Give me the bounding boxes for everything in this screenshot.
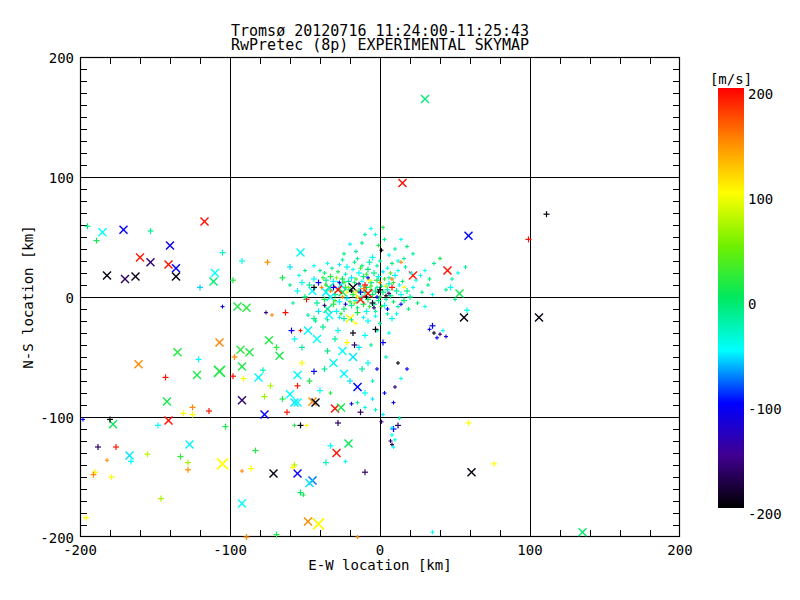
data-marker [197,284,203,290]
data-marker [396,305,400,309]
data-marker [383,391,387,395]
data-marker [544,211,550,217]
data-marker [401,298,407,304]
data-marker [448,284,454,290]
data-marker [405,367,409,371]
data-marker [260,367,266,373]
data-marker [345,290,349,294]
data-marker [320,324,326,330]
data-marker [284,409,290,415]
data-marker [369,284,373,288]
data-marker [313,518,324,529]
x-tick-label: -100 [213,543,247,557]
data-marker [298,422,304,428]
skymap-plot-canvas [0,0,800,600]
data-marker [283,310,289,316]
data-marker [238,499,246,507]
data-marker [325,348,331,354]
data-marker [389,439,393,443]
data-marker [302,493,306,497]
data-marker [364,308,370,314]
data-marker [404,288,410,294]
y-tick-label: 100 [4,171,74,185]
data-marker [241,376,247,382]
data-marker [83,515,89,521]
data-marker [262,394,268,400]
data-marker [323,271,327,275]
data-marker [178,454,184,460]
data-marker [338,263,342,267]
data-marker [94,238,100,244]
data-marker [428,327,432,331]
data-marker [466,420,472,426]
data-marker [395,422,401,428]
y-tick-label: 0 [4,291,74,305]
data-marker [370,254,376,260]
data-marker [311,368,317,374]
data-marker [356,306,360,310]
data-marker [369,343,373,347]
data-marker [398,283,402,287]
colorbar-tick-label: -100 [748,402,782,416]
data-marker [347,378,353,384]
data-marker [381,270,385,274]
data-marker [398,292,404,298]
data-marker [99,228,107,236]
data-marker [304,517,312,525]
data-marker [185,460,191,466]
data-marker [391,426,397,432]
data-marker [405,245,409,249]
data-marker [325,311,333,319]
data-marker [126,451,134,459]
data-marker [95,444,101,450]
data-marker [369,227,373,231]
data-marker [432,261,436,265]
data-marker [390,433,394,437]
data-marker [270,469,278,477]
data-marker [362,332,368,338]
data-marker [378,321,382,325]
data-marker [401,279,405,283]
data-marker [255,373,263,381]
data-marker [344,272,348,276]
data-marker [322,288,330,296]
data-marker [465,232,473,240]
data-marker [384,355,388,359]
data-marker [356,535,360,539]
data-marker [356,401,360,405]
data-marker [350,402,354,406]
data-marker [294,469,302,477]
skymap-window: { "title": { "line1": "Tromsø 20120716 1… [0,0,800,600]
data-marker [333,449,341,457]
data-marker [356,270,362,276]
data-marker [132,273,140,281]
data-marker [211,269,219,277]
data-marker [360,279,364,283]
data-marker [85,223,91,229]
data-marker [402,285,406,289]
data-marker [399,237,403,241]
data-marker [329,391,333,395]
data-marker [121,275,129,283]
data-marker [367,259,373,265]
data-marker [163,374,169,380]
data-marker [342,252,346,256]
data-marker [330,266,334,270]
data-marker [365,360,371,366]
data-marker [253,448,259,454]
data-marker [270,313,274,317]
data-marker [318,269,322,273]
data-marker [276,352,284,360]
data-marker [386,307,390,311]
data-marker [392,401,396,405]
data-marker [289,328,295,334]
data-marker [305,423,309,427]
data-marker [190,412,196,418]
data-marker [172,264,180,272]
data-marker [341,258,345,262]
data-marker [382,302,388,308]
data-marker [147,258,155,266]
data-marker [393,247,397,251]
data-marker [389,271,393,275]
data-marker [174,348,182,356]
